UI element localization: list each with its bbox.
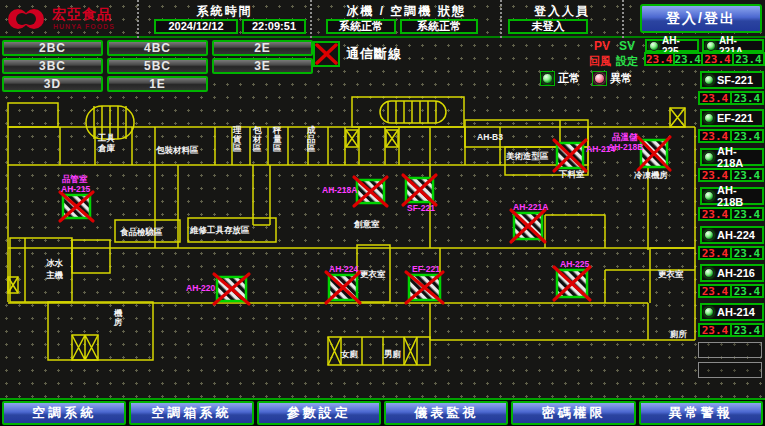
login-logout-button[interactable]: 登入/登出 xyxy=(640,4,762,33)
system-date-value: 2024/12/12 xyxy=(154,19,238,34)
status-led-icon xyxy=(704,230,714,240)
sv-value: 23.4 xyxy=(674,53,703,65)
plan-unit-name-label: AH-224 xyxy=(329,264,359,274)
pv-value: 23.4 xyxy=(702,53,733,65)
nav-button-參數設定[interactable]: 參數設定 xyxy=(257,401,381,425)
panel-unit-label: SF-221 xyxy=(717,74,753,86)
plan-unit-ah-224[interactable]: AH-224 xyxy=(326,264,360,303)
nav-button-空調系統[interactable]: 空調系統 xyxy=(2,401,126,425)
floor-button-3e[interactable]: 3E xyxy=(212,58,313,74)
comm-offline-icon xyxy=(313,41,340,67)
system-time-title: 系統時間 xyxy=(139,3,310,20)
sv-value: 23.4 xyxy=(733,53,764,65)
status-led-icon xyxy=(704,113,714,123)
nav-button-空調箱系統[interactable]: 空調箱系統 xyxy=(129,401,253,425)
system-time-section: 系統時間 2024/12/12 22:09:51 xyxy=(137,0,312,38)
pv-value: 23.4 xyxy=(699,169,731,181)
panel-unit-ah-221a[interactable]: AH-221A xyxy=(702,39,764,52)
floor-button-3bc[interactable]: 3BC xyxy=(2,58,103,74)
sv-value: 23.4 xyxy=(731,324,763,336)
floor-button-2e[interactable]: 2E xyxy=(212,40,313,56)
panel-unit-ef-221[interactable]: EF-221 xyxy=(700,109,764,127)
panel-unit-ah-225[interactable]: AH-225 xyxy=(645,39,699,52)
panel-unit-label: AH-224 xyxy=(717,229,755,241)
panel-unit-label: AH-216 xyxy=(717,267,755,279)
plan-room-label: 主機 xyxy=(46,270,64,280)
plan-room-label: 男廁 xyxy=(383,349,402,359)
panel-unit-ah-224[interactable]: AH-224 xyxy=(700,226,764,244)
panel-unit-ah-216[interactable]: AH-216 xyxy=(700,264,764,282)
machine-status-title: 冰機 / 空調機 狀態 xyxy=(312,3,500,20)
plan-unit-ah-220[interactable]: AH-220 xyxy=(186,274,249,304)
sv-value: 23.4 xyxy=(731,130,763,142)
plan-unit-ah-218a[interactable]: AH-218A xyxy=(322,177,387,206)
status-led-icon xyxy=(649,41,659,51)
nav-button-密碼權限[interactable]: 密碼權限 xyxy=(511,401,635,425)
unit-monitor-panel: PV SV 回風 設定 AH-22523.423.4AH-221A23.423.… xyxy=(588,38,765,388)
login-title: 登入人員 xyxy=(502,3,622,20)
plan-room-label: 美術造型區 xyxy=(505,151,549,161)
panel-unit-ah-218b[interactable]: AH-218B xyxy=(700,187,764,205)
plan-unit-ah-225[interactable]: AH-225 xyxy=(554,259,590,300)
comm-status: 通信斷線 xyxy=(313,41,402,67)
panel-unit-ah-218a[interactable]: AH-218A xyxy=(700,148,764,166)
nav-button-儀表監視[interactable]: 儀表監視 xyxy=(384,401,508,425)
panel-unit-sf-221[interactable]: SF-221 xyxy=(700,71,764,89)
status-led-icon xyxy=(704,152,714,162)
login-user-value: 未登入 xyxy=(508,19,588,34)
plan-unit-name-label: AH-221A xyxy=(513,202,548,212)
normal-led-icon xyxy=(540,71,555,86)
floor-button-4bc[interactable]: 4BC xyxy=(107,40,208,56)
header: 宏亞食品 HUNYA FOODS 系統時間 2024/12/12 22:09:5… xyxy=(0,0,765,38)
panel-unit-values: 23.423.4 xyxy=(698,168,764,182)
plan-unit-ah-215[interactable]: AH-215品管室 xyxy=(60,174,93,221)
panel-unit-values: 23.423.4 xyxy=(698,129,764,143)
status-led-icon xyxy=(704,191,714,201)
floor-button-row: 2BC4BC2E xyxy=(2,40,313,56)
bottom-nav: 空調系統空調箱系統參數設定儀表監視密碼權限異常警報 xyxy=(0,398,765,426)
panel-unit-label: AH-218B xyxy=(717,184,760,208)
hvac-monitoring-screen: 宏亞食品 HUNYA FOODS 系統時間 2024/12/12 22:09:5… xyxy=(0,0,765,426)
plan-unit-name-label: AH-220 xyxy=(186,283,216,293)
floor-button-5bc[interactable]: 5BC xyxy=(107,58,208,74)
plan-unit-ef-221[interactable]: EF-221 xyxy=(406,264,443,303)
floor-button-1e[interactable]: 1E xyxy=(107,76,208,92)
plan-unit-ah-221a[interactable]: AH-221A xyxy=(511,202,548,242)
plan-room-label: 女廁 xyxy=(340,349,359,359)
sv-value: 23.4 xyxy=(731,208,763,220)
machine-status-section: 冰機 / 空調機 狀態 系統正常 系統正常 xyxy=(312,0,502,38)
panel-unit-label: AH-214 xyxy=(717,306,755,318)
floor-button-row: 3BC5BC3E xyxy=(2,58,313,74)
plan-room-label: 倉庫 xyxy=(97,143,116,153)
plan-room-label: 秤量區 xyxy=(272,125,282,153)
sv-value: 23.4 xyxy=(731,92,763,104)
sv-label: SV xyxy=(619,39,635,53)
plan-room-label: 工具 xyxy=(97,133,116,143)
comm-status-label: 通信斷線 xyxy=(346,45,402,63)
pv-value: 23.4 xyxy=(699,247,731,259)
plan-unit-name-label: AH-218A xyxy=(322,185,357,195)
pv-value: 23.4 xyxy=(699,285,731,297)
panel-unit-ah-214[interactable]: AH-214 xyxy=(700,303,764,321)
panel-empty-slot xyxy=(698,342,762,358)
status-legend: 正常 異常 xyxy=(540,71,632,86)
pv-value: 23.4 xyxy=(699,208,731,220)
plan-room-label: 更衣室 xyxy=(360,269,386,279)
login-section: 登入人員 未登入 xyxy=(502,0,624,38)
panel-unit-values: 23.423.4 xyxy=(698,91,764,105)
floor-button-row: 3D1E xyxy=(2,76,208,92)
status-led-icon xyxy=(704,75,714,85)
panel-empty-slot xyxy=(698,362,762,378)
plan-unit-name-label: SF-221 xyxy=(407,203,435,213)
panel-unit-label: EF-221 xyxy=(717,112,753,124)
plan-room-label: 創意室 xyxy=(353,219,380,229)
status-led-icon xyxy=(706,41,716,51)
pv-value: 23.4 xyxy=(699,92,731,104)
floor-button-2bc[interactable]: 2BC xyxy=(2,40,103,56)
plan-unit-sf-221[interactable]: SF-221 xyxy=(403,175,436,213)
plan-unit-name-label: EF-221 xyxy=(412,264,440,274)
nav-button-異常警報[interactable]: 異常警報 xyxy=(639,401,763,425)
floor-button-3d[interactable]: 3D xyxy=(2,76,103,92)
plan-unit-name-label: AH-215 xyxy=(61,184,91,194)
pv-value: 23.4 xyxy=(699,324,731,336)
